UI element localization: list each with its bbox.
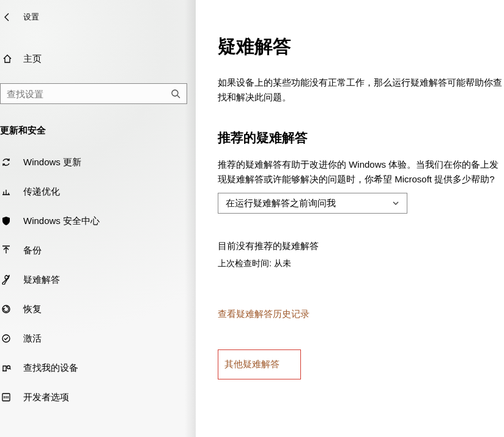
main-content: 疑难解答 如果设备上的某些功能没有正常工作，那么运行疑难解答可能帮助你查找和解决… [196, 0, 504, 437]
sync-icon [1, 157, 11, 167]
no-recommended-text: 目前没有推荐的疑难解答 [218, 241, 504, 252]
delivery-icon [1, 187, 11, 196]
sidebar-item-label: Windows 安全中心 [23, 215, 100, 227]
svg-point-2 [2, 335, 10, 342]
shield-icon [1, 216, 11, 226]
last-check-text: 上次检查时间: 从未 [218, 258, 504, 269]
check-circle-icon [1, 334, 11, 343]
home-label: 主页 [23, 53, 42, 65]
wrench-icon [1, 275, 11, 285]
intro-text: 如果设备上的某些功能没有正常工作，那么运行疑难解答可能帮助你查找和解决此问题。 [218, 75, 504, 105]
help-level-dropdown[interactable]: 在运行疑难解答之前询问我 [218, 193, 407, 214]
svg-point-0 [172, 90, 178, 96]
page-title: 疑难解答 [218, 34, 504, 59]
sidebar-item-label: 恢复 [23, 304, 42, 315]
svg-point-3 [7, 366, 10, 369]
other-troubleshooters-link[interactable]: 其他疑难解答 [218, 349, 301, 379]
sidebar-item-backup[interactable]: 备份 [0, 236, 196, 265]
window-title: 设置 [23, 12, 39, 23]
sidebar-item-activation[interactable]: 激活 [0, 324, 196, 353]
back-icon[interactable] [2, 12, 12, 22]
sidebar-item-windows-update[interactable]: Windows 更新 [0, 148, 196, 177]
sidebar-item-find-my-device[interactable]: 查找我的设备 [0, 353, 196, 383]
sidebar-item-delivery-optimization[interactable]: 传递优化 [0, 177, 196, 206]
find-device-icon [1, 363, 11, 373]
sidebar: 设置 主页 更新和安全 Windows 更新 [0, 0, 196, 437]
chevron-down-icon [392, 200, 399, 207]
sidebar-item-troubleshoot[interactable]: 疑难解答 [0, 265, 196, 294]
recovery-icon [1, 304, 11, 314]
sidebar-item-recovery[interactable]: 恢复 [0, 294, 196, 324]
dropdown-value: 在运行疑难解答之前询问我 [226, 198, 392, 209]
sidebar-item-label: 疑难解答 [23, 274, 60, 286]
sidebar-nav: Windows 更新 传递优化 Windows 安全中心 备份 [0, 148, 196, 412]
sidebar-item-windows-security[interactable]: Windows 安全中心 [0, 206, 196, 236]
recommended-description: 推荐的疑难解答有助于改进你的 Windows 体验。当我们在你的备上发现疑难解答… [218, 157, 504, 187]
sidebar-item-developer-options[interactable]: 开发者选项 [0, 383, 196, 412]
search-input[interactable] [7, 89, 171, 99]
annotation-arrow [489, 322, 504, 395]
search-icon [171, 89, 180, 99]
recommended-title: 推荐的疑难解答 [218, 129, 504, 146]
sidebar-category: 更新和安全 [0, 125, 196, 136]
sidebar-item-label: 开发者选项 [23, 392, 69, 403]
view-history-link[interactable]: 查看疑难解答历史记录 [218, 308, 309, 320]
upload-icon [1, 245, 11, 255]
sidebar-item-label: 激活 [23, 333, 42, 345]
sidebar-item-label: 查找我的设备 [23, 362, 78, 374]
home-row[interactable]: 主页 [0, 45, 196, 72]
window-title-row: 设置 [0, 4, 196, 31]
sidebar-item-label: 备份 [23, 245, 42, 256]
home-icon [2, 54, 12, 64]
developer-icon [1, 392, 11, 402]
sidebar-item-label: 传递优化 [23, 186, 60, 198]
search-box[interactable] [0, 83, 187, 104]
sidebar-item-label: Windows 更新 [23, 157, 81, 168]
